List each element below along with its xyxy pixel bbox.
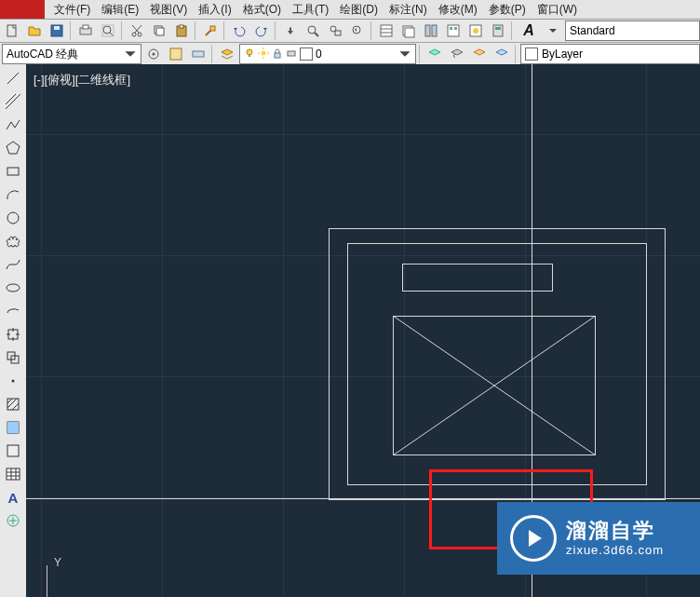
toolbar-workspace-layer: AutoCAD 经典 0 ByLayer — [0, 43, 700, 66]
svg-line-47 — [7, 73, 19, 84]
workspace-settings-icon[interactable] — [143, 44, 164, 64]
menu-insert[interactable]: 插入(I) — [193, 0, 236, 20]
svg-point-8 — [132, 33, 136, 36]
calculator-icon[interactable] — [488, 20, 508, 41]
gradient-icon[interactable] — [3, 417, 23, 438]
polyline-icon[interactable] — [3, 115, 23, 135]
paste-icon[interactable] — [171, 20, 192, 41]
ellipse-arc-icon[interactable] — [3, 301, 23, 321]
svg-rect-14 — [210, 26, 215, 31]
drawing-canvas[interactable]: [-][俯视][二维线框] Y 溜溜自学 zixue.3d66.com — [26, 64, 700, 597]
zoom-previous-icon[interactable] — [347, 20, 368, 41]
layer-isolate-icon[interactable] — [491, 44, 512, 64]
save-icon[interactable] — [47, 20, 67, 41]
toolbar-btn2-icon[interactable] — [188, 44, 209, 64]
svg-rect-33 — [495, 27, 501, 30]
watermark: 溜溜自学 zixue.3d66.com — [497, 502, 700, 575]
svg-rect-62 — [7, 468, 20, 480]
svg-point-57 — [12, 380, 15, 383]
toolpalettes-icon[interactable] — [421, 20, 441, 41]
layer-properties-icon[interactable] — [217, 44, 237, 64]
horizontal-line — [26, 498, 700, 499]
printable-icon — [286, 47, 297, 61]
separator — [195, 21, 197, 40]
watermark-title: 溜溜自学 — [566, 519, 664, 543]
addselected-icon[interactable] — [3, 510, 23, 531]
circle-icon[interactable] — [3, 208, 23, 228]
textstyle-icon[interactable]: A — [517, 20, 541, 41]
separator — [223, 21, 226, 40]
copy-icon[interactable] — [149, 20, 169, 41]
preview-icon[interactable] — [98, 20, 118, 41]
color-swatch — [525, 47, 538, 61]
svg-rect-28 — [450, 27, 452, 30]
svg-rect-24 — [405, 28, 414, 37]
make-block-icon[interactable] — [3, 347, 23, 368]
new-icon[interactable] — [2, 20, 22, 41]
point-icon[interactable] — [3, 371, 23, 391]
open-icon[interactable] — [24, 20, 45, 41]
redo-icon[interactable] — [251, 20, 272, 41]
line-icon[interactable] — [3, 68, 23, 88]
svg-rect-27 — [448, 25, 459, 36]
hatch-icon[interactable] — [3, 394, 23, 414]
arc-icon[interactable] — [3, 184, 23, 205]
ellipse-icon[interactable] — [3, 278, 23, 298]
plot-icon[interactable] — [75, 20, 96, 41]
layer-match-icon[interactable] — [424, 44, 445, 64]
menu-window[interactable]: 窗口(W) — [532, 0, 583, 20]
svg-rect-39 — [249, 55, 250, 57]
sheetset-icon[interactable] — [398, 20, 419, 41]
menu-edit[interactable]: 编辑(E) — [96, 0, 144, 20]
toolbar-btn1-icon[interactable] — [166, 44, 186, 64]
textstyle-name: Standard — [570, 24, 615, 37]
menu-dim[interactable]: 标注(N) — [384, 0, 433, 20]
workspace-name: AutoCAD 经典 — [7, 47, 78, 62]
menu-modify[interactable]: 修改(M) — [433, 0, 483, 20]
layer-combo[interactable]: 0 — [239, 44, 416, 64]
pan-icon[interactable] — [280, 20, 301, 41]
textstyle-combo[interactable]: Standard — [565, 20, 700, 41]
properties-icon[interactable] — [376, 20, 397, 41]
separator — [419, 45, 422, 63]
menu-view[interactable]: 视图(V) — [144, 0, 193, 20]
separator — [121, 21, 124, 40]
svg-line-16 — [315, 33, 318, 36]
menu-draw[interactable]: 绘图(D) — [334, 0, 384, 20]
cut-icon[interactable] — [127, 20, 147, 41]
svg-rect-51 — [7, 168, 19, 175]
spline-icon[interactable] — [3, 254, 23, 275]
region-icon[interactable] — [3, 441, 23, 461]
color-name: ByLayer — [542, 47, 583, 61]
insert-block-icon[interactable] — [3, 324, 23, 345]
sun-icon — [258, 47, 269, 61]
ucs-y-axis — [47, 565, 47, 597]
matchprop-icon[interactable] — [200, 20, 221, 41]
table-icon[interactable] — [3, 464, 23, 484]
polygon-icon[interactable] — [3, 138, 23, 158]
layer-previous-icon[interactable] — [447, 44, 467, 64]
mtext-icon[interactable]: A — [3, 487, 23, 508]
svg-rect-36 — [170, 48, 182, 60]
construction-line-icon[interactable] — [3, 91, 23, 112]
menu-file[interactable]: 文件(F) — [48, 0, 96, 20]
undo-icon[interactable] — [229, 20, 249, 41]
svg-rect-25 — [425, 25, 430, 36]
zoom-window-icon[interactable] — [325, 20, 345, 41]
markup-icon[interactable] — [465, 20, 486, 41]
color-combo[interactable]: ByLayer — [520, 44, 700, 64]
svg-point-53 — [7, 284, 20, 292]
menu-format[interactable]: 格式(O) — [237, 0, 287, 20]
rectangle-icon[interactable] — [3, 161, 23, 182]
viewport-label[interactable]: [-][俯视][二维线框] — [34, 72, 130, 88]
svg-rect-26 — [432, 25, 437, 36]
textstyle-dropdown-icon[interactable] — [543, 20, 563, 41]
menu-tools[interactable]: 工具(T) — [287, 0, 334, 20]
layer-state-icon[interactable] — [469, 44, 490, 64]
lock-icon — [272, 47, 283, 61]
revision-cloud-icon[interactable] — [3, 231, 23, 251]
workspace-combo[interactable]: AutoCAD 经典 — [2, 44, 141, 64]
zoom-icon[interactable] — [303, 20, 323, 41]
designcenter-icon[interactable] — [443, 20, 464, 41]
menu-param[interactable]: 参数(P) — [483, 0, 532, 20]
